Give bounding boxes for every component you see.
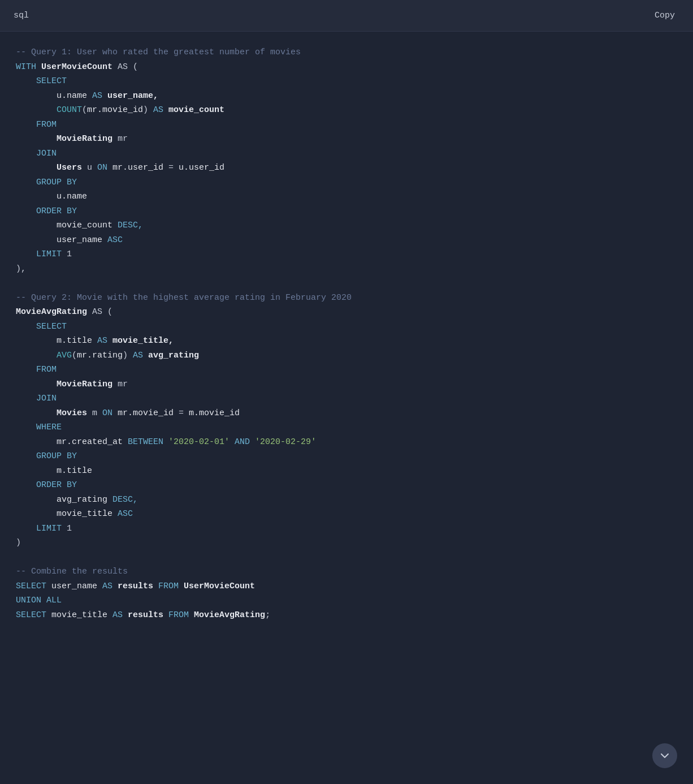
- code-line: SELECT user_name AS results FROM UserMov…: [16, 579, 677, 594]
- scroll-down-button[interactable]: [652, 743, 677, 768]
- chevron-down-icon: [659, 750, 670, 761]
- code-line: -- Query 2: Movie with the highest avera…: [16, 291, 677, 305]
- code-line: -- Query 1: User who rated the greatest …: [16, 45, 677, 60]
- code-line: FROM: [16, 363, 677, 377]
- code-line: WITH UserMovieCount AS (: [16, 60, 677, 75]
- code-line: WHERE: [16, 420, 677, 435]
- code-line: SELECT: [16, 320, 677, 334]
- code-line: GROUP BY: [16, 175, 677, 190]
- code-line: [16, 276, 677, 291]
- copy-button[interactable]: Copy: [650, 8, 679, 23]
- code-line: LIMIT 1: [16, 522, 677, 536]
- code-container: sql Copy -- Query 1: User who rated the …: [0, 0, 693, 784]
- code-line: ),: [16, 262, 677, 277]
- code-line: UNION ALL: [16, 593, 677, 608]
- code-line: u.name AS user_name,: [16, 89, 677, 104]
- header-bar: sql Copy: [0, 0, 693, 32]
- code-line: SELECT: [16, 74, 677, 89]
- code-line: FROM: [16, 118, 677, 132]
- code-line: -- Combine the results: [16, 565, 677, 579]
- code-line: LIMIT 1: [16, 247, 677, 262]
- code-line: u.name: [16, 189, 677, 204]
- code-line: MovieRating mr: [16, 132, 677, 147]
- code-line: MovieRating mr: [16, 377, 677, 392]
- header-title: sql: [14, 11, 29, 20]
- code-line: COUNT(mr.movie_id) AS movie_count: [16, 103, 677, 118]
- code-line: ): [16, 536, 677, 550]
- code-line: GROUP BY: [16, 449, 677, 464]
- code-line: JOIN: [16, 147, 677, 161]
- code-line: mr.created_at BETWEEN '2020-02-01' AND '…: [16, 435, 677, 450]
- code-line: SELECT movie_title AS results FROM Movie…: [16, 608, 677, 623]
- code-line: movie_count DESC,: [16, 218, 677, 233]
- code-line: movie_title ASC: [16, 507, 677, 522]
- code-line: JOIN: [16, 391, 677, 406]
- code-line: MovieAvgRating AS (: [16, 305, 677, 320]
- code-line: avg_rating DESC,: [16, 493, 677, 507]
- code-line: Movies m ON mr.movie_id = m.movie_id: [16, 406, 677, 421]
- code-line: ORDER BY: [16, 478, 677, 493]
- code-line: [16, 550, 677, 565]
- code-line: user_name ASC: [16, 233, 677, 248]
- code-body: -- Query 1: User who rated the greatest …: [0, 32, 693, 636]
- code-line: AVG(mr.rating) AS avg_rating: [16, 348, 677, 363]
- code-line: m.title AS movie_title,: [16, 334, 677, 348]
- code-line: m.title: [16, 464, 677, 479]
- code-line: ORDER BY: [16, 204, 677, 219]
- code-line: Users u ON mr.user_id = u.user_id: [16, 161, 677, 175]
